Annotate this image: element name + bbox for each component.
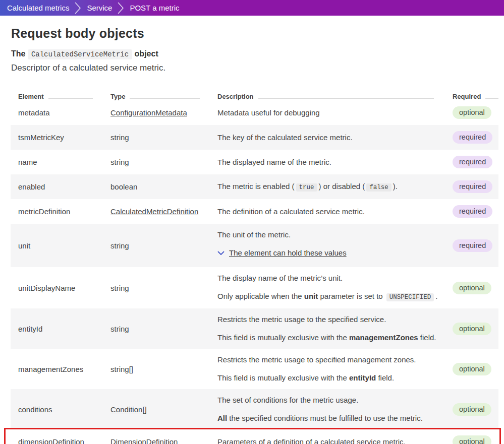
type-link[interactable]: ConfigurationMetadata — [110, 108, 187, 117]
request-body-table: ElementTypeDescriptionRequired metadataC… — [11, 87, 498, 444]
required-cell: optional — [444, 316, 498, 341]
column-header-label: Type — [110, 93, 125, 100]
description-text: This field is mutually exclusive with th… — [217, 333, 439, 343]
table-row: metricDefinitionCalculatedMetricDefiniti… — [11, 199, 498, 224]
bold-text: All — [217, 414, 227, 422]
required-cell: required — [444, 174, 498, 199]
text-segment: field. — [376, 373, 394, 382]
required-cell: required — [444, 125, 498, 150]
required-cell: required — [444, 233, 498, 258]
description-text: The definition of a calculated service m… — [217, 207, 439, 217]
column-header-element: Element — [11, 87, 103, 100]
text-segment: the specified conditions must be fulfill… — [227, 414, 423, 422]
description-cell: Restricts the metric usage to the specif… — [210, 308, 444, 349]
expand-values-link[interactable]: The element can hold these values — [217, 248, 439, 258]
type-suffix: [] — [142, 405, 146, 414]
bold-text: unit — [304, 292, 318, 300]
object-heading-suffix: object — [135, 49, 158, 58]
description-cell: The definition of a calculated service m… — [210, 201, 444, 223]
description-text: Only applicable when the unit parameter … — [217, 291, 439, 302]
required-badge: required — [453, 180, 492, 193]
type-text: string — [110, 133, 129, 142]
required-cell: optional — [444, 357, 498, 382]
type-text: string — [110, 284, 129, 292]
chevron-right-icon — [75, 2, 81, 14]
table-row: enabledbooleanThe metric is enabled (tru… — [11, 174, 498, 199]
element-name: entityId — [11, 319, 103, 339]
description-cell: Parameters of a definition of a calculat… — [210, 431, 444, 444]
description-text: The set of conditions for the metric usa… — [217, 395, 439, 405]
breadcrumb: Calculated metricsServicePOST a metric — [0, 0, 504, 16]
description-text: Restricts the metric usage to the specif… — [217, 314, 439, 325]
required-badge: optional — [453, 435, 491, 444]
column-header-label: Element — [18, 93, 44, 100]
text-segment: The display name of the metric’s unit. — [217, 274, 343, 282]
table-row: managementZonesstring[]Restricts the met… — [11, 349, 498, 389]
header-rule — [48, 98, 93, 99]
required-cell: optional — [444, 429, 498, 444]
required-cell: optional — [444, 100, 498, 125]
type-cell: string[] — [103, 359, 210, 379]
type-cell: string — [103, 235, 210, 256]
table-row: unitDisplayNamestringThe display name of… — [11, 267, 498, 308]
description-text: The displayed name of the metric. — [217, 157, 439, 167]
description-text: This field is mutually exclusive with th… — [217, 373, 439, 383]
required-cell: required — [444, 150, 498, 174]
chevron-right-icon — [118, 2, 124, 14]
element-name: dimensionDefinition — [11, 431, 103, 444]
required-badge: required — [453, 205, 492, 218]
chevron-down-icon — [217, 251, 225, 256]
element-name: name — [11, 152, 103, 172]
type-cell: DimensionDefinition — [103, 431, 210, 444]
text-segment: The set of conditions for the metric usa… — [217, 396, 358, 404]
text-segment: Restricts the metric usage to specified … — [217, 355, 416, 364]
column-header-required: Required — [444, 87, 498, 100]
type-text: string — [110, 241, 129, 250]
text-segment: Metadata useful for debugging — [217, 108, 320, 117]
text-segment: Restricts the metric usage to the specif… — [217, 315, 386, 324]
column-header-type: Type — [103, 87, 210, 100]
text-segment: ) or disabled ( — [319, 182, 365, 191]
table-row: namestringThe displayed name of the metr… — [11, 150, 498, 174]
type-cell: Condition[] — [103, 399, 210, 420]
type-cell: string — [103, 278, 210, 298]
breadcrumb-item[interactable]: Calculated metrics — [7, 0, 69, 16]
type-cell: string — [103, 319, 210, 339]
element-name: metadata — [11, 102, 103, 123]
required-badge: optional — [453, 323, 491, 335]
text-segment: The metric is enabled ( — [217, 182, 295, 191]
text-segment: Parameters of a definition of a calculat… — [217, 437, 406, 444]
type-cell: boolean — [103, 176, 210, 197]
text-segment: Only applicable when the — [217, 292, 304, 300]
expand-values-label: The element can hold these values — [229, 248, 347, 258]
text-segment: This field is mutually exclusive with th… — [217, 333, 349, 342]
description-cell: The displayed name of the metric. — [210, 151, 444, 173]
table-header-row: ElementTypeDescriptionRequired — [11, 87, 498, 100]
header-rule — [485, 98, 498, 99]
table-row: unitstringThe unit of the metric.The ele… — [11, 224, 498, 267]
header-rule — [130, 98, 200, 99]
breadcrumb-item[interactable]: POST a metric — [130, 0, 179, 16]
description-cell: Metadata useful for debugging — [210, 102, 444, 124]
code-literal: false — [366, 183, 391, 192]
description-text: Parameters of a definition of a calculat… — [217, 437, 439, 444]
description-text: The key of the calculated service metric… — [217, 133, 439, 143]
text-segment: This field is mutually exclusive with th… — [217, 373, 349, 382]
type-text: boolean — [110, 182, 137, 191]
element-name: unitDisplayName — [11, 278, 103, 298]
type-link[interactable]: Condition — [110, 405, 142, 414]
element-name: tsmMetricKey — [11, 127, 103, 148]
table-row: tsmMetricKeystringThe key of the calcula… — [11, 125, 498, 150]
type-link[interactable]: DimensionDefinition — [110, 437, 178, 444]
type-link[interactable]: CalculatedMetricDefinition — [110, 207, 198, 216]
element-name: metricDefinition — [11, 201, 103, 222]
description-text: The display name of the metric’s unit. — [217, 273, 439, 283]
description-text: All the specified conditions must be ful… — [217, 413, 439, 423]
type-cell: ConfigurationMetadata — [103, 102, 210, 123]
breadcrumb-item[interactable]: Service — [87, 0, 112, 16]
required-badge: required — [453, 131, 492, 144]
text-segment: field. — [418, 333, 436, 342]
required-badge: required — [453, 156, 492, 168]
text-segment: ). — [393, 182, 398, 191]
header-rule — [258, 98, 434, 99]
